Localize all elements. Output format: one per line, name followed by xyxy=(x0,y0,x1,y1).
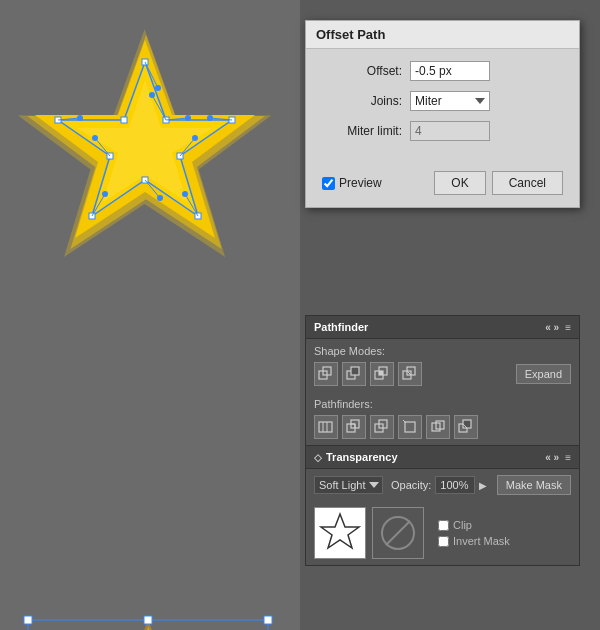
preview-checkbox[interactable] xyxy=(322,177,335,190)
pathfinder-collapse-arrows[interactable]: « » xyxy=(545,322,559,333)
clip-label: Clip xyxy=(453,519,472,531)
joins-label: Joins: xyxy=(322,94,402,108)
layer-thumbnail[interactable] xyxy=(314,507,366,559)
svg-line-78 xyxy=(407,371,411,375)
invert-mask-checkbox[interactable] xyxy=(438,536,449,547)
transparency-panel: ◇ Transparency « » ≡ Soft Light Opacity:… xyxy=(305,445,580,566)
blend-mode-select[interactable]: Soft Light xyxy=(314,476,383,494)
pathfinders-label: Pathfinders: xyxy=(306,392,579,412)
invert-mask-label: Invert Mask xyxy=(453,535,510,547)
pathfinder-title: Pathfinder xyxy=(314,321,368,333)
canvas-bottom xyxy=(0,300,300,630)
svg-rect-93 xyxy=(463,420,471,428)
make-mask-button[interactable]: Make Mask xyxy=(497,475,571,495)
preview-label: Preview xyxy=(339,176,382,190)
mask-thumbnail[interactable] xyxy=(372,507,424,559)
star-svg-bottom xyxy=(10,610,285,630)
shape-mode-intersect[interactable] xyxy=(370,362,394,386)
dialog-content: Offset: Joins: Miter Miter limit: xyxy=(306,49,579,163)
svg-point-29 xyxy=(77,115,83,121)
svg-point-23 xyxy=(157,195,163,201)
pathfinders-row xyxy=(306,412,579,445)
svg-point-15 xyxy=(185,115,191,121)
svg-point-11 xyxy=(155,85,161,91)
pathfinder-merge[interactable] xyxy=(370,415,394,439)
transparency-collapse-arrows[interactable]: « » xyxy=(545,452,559,463)
pathfinder-trim[interactable] xyxy=(342,415,366,439)
svg-point-21 xyxy=(182,191,188,197)
svg-point-17 xyxy=(207,115,213,121)
canvas-top xyxy=(0,0,300,300)
joins-select[interactable]: Miter xyxy=(410,91,490,111)
pathfinder-minus-back[interactable] xyxy=(454,415,478,439)
ok-button[interactable]: OK xyxy=(434,171,485,195)
svg-point-25 xyxy=(102,191,108,197)
transparency-menu-icon[interactable]: ≡ xyxy=(565,452,571,463)
svg-rect-62 xyxy=(144,616,152,624)
svg-rect-63 xyxy=(264,616,272,624)
pathfinder-panel-header: Pathfinder « » ≡ xyxy=(306,316,579,339)
shape-modes-row: Expand xyxy=(306,359,579,392)
shape-mode-minus-front[interactable] xyxy=(342,362,366,386)
invert-mask-option: Invert Mask xyxy=(438,535,510,547)
svg-rect-72 xyxy=(351,367,359,375)
preview-check[interactable]: Preview xyxy=(322,176,382,190)
star-container-bottom xyxy=(10,610,290,630)
star-container-top xyxy=(10,20,290,290)
pathfinder-panel: Pathfinder « » ≡ Shape Modes: Expand Pat… xyxy=(305,315,580,446)
joins-row: Joins: Miter xyxy=(322,91,563,111)
expand-button[interactable]: Expand xyxy=(516,364,571,384)
svg-rect-9 xyxy=(121,117,127,123)
svg-point-13 xyxy=(149,92,155,98)
clip-checkbox[interactable] xyxy=(438,520,449,531)
shape-mode-exclude[interactable] xyxy=(398,362,422,386)
pathfinder-divide[interactable] xyxy=(314,415,338,439)
shape-modes-label: Shape Modes: xyxy=(306,339,579,359)
cancel-button[interactable]: Cancel xyxy=(492,171,563,195)
offset-label: Offset: xyxy=(322,64,402,78)
svg-point-27 xyxy=(92,135,98,141)
pathfinder-outline[interactable] xyxy=(426,415,450,439)
dialog-footer: Preview OK Cancel xyxy=(306,163,579,207)
dialog-title: Offset Path xyxy=(306,21,579,49)
svg-rect-79 xyxy=(319,422,332,432)
svg-point-19 xyxy=(192,135,198,141)
offset-input[interactable] xyxy=(410,61,490,81)
offset-path-dialog: Offset Path Offset: Joins: Miter Miter l… xyxy=(305,20,580,208)
opacity-label: Opacity: xyxy=(391,479,431,491)
transparency-controls: Soft Light Opacity: ▶ Make Mask xyxy=(306,469,579,501)
mask-options: Clip Invert Mask xyxy=(438,519,510,547)
svg-rect-61 xyxy=(24,616,32,624)
pathfinder-crop[interactable] xyxy=(398,415,422,439)
opacity-right-arrow[interactable]: ▶ xyxy=(479,480,487,491)
svg-rect-75 xyxy=(379,371,383,375)
mask-thumbnails: Clip Invert Mask xyxy=(306,501,579,565)
clip-option: Clip xyxy=(438,519,510,531)
miter-row: Miter limit: xyxy=(322,121,563,141)
miter-label: Miter limit: xyxy=(322,124,402,138)
opacity-input[interactable] xyxy=(435,476,475,494)
miter-input[interactable] xyxy=(410,121,490,141)
pathfinder-menu-icon[interactable]: ≡ xyxy=(565,322,571,333)
star-svg-top xyxy=(10,20,280,280)
svg-rect-88 xyxy=(405,422,415,432)
shape-mode-unite[interactable] xyxy=(314,362,338,386)
offset-row: Offset: xyxy=(322,61,563,81)
transparency-title: Transparency xyxy=(326,451,398,463)
transparency-panel-header: ◇ Transparency « » ≡ xyxy=(306,446,579,469)
svg-line-96 xyxy=(386,521,410,545)
